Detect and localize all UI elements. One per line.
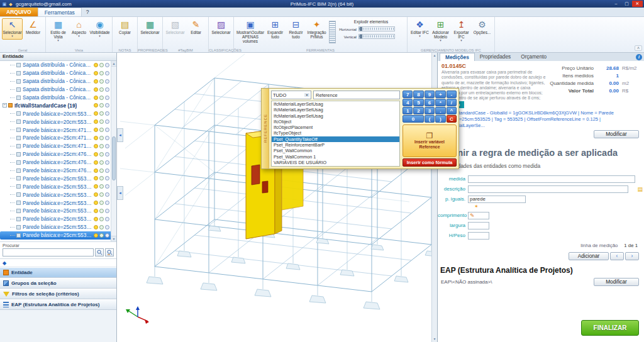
select-state-icon[interactable]	[105, 184, 109, 189]
next-line-button[interactable]: ›	[625, 252, 639, 260]
opcoes-button[interactable]: ⚙ Opções...	[472, 18, 492, 36]
keypad-key-([interactable]: (	[425, 115, 435, 123]
visibility-bulb-icon[interactable]	[94, 87, 98, 92]
accordion-entidade[interactable]: Entidade	[0, 267, 116, 278]
red-element[interactable]	[252, 165, 260, 185]
keypad-key-8[interactable]: 8	[413, 91, 423, 98]
select-state-icon[interactable]	[105, 225, 109, 229]
insert-variable-button[interactable]: ❐ Inserir variável Reference	[402, 124, 457, 157]
medidor-button[interactable]: ∠ Medidor	[23, 18, 43, 36]
tree-item[interactable]: Sapata distribuída - Cônica:200 x 200	[0, 61, 116, 69]
select-state-icon[interactable]	[105, 63, 109, 67]
variable-list-item[interactable]: IfcMaterialLayerSetUsag	[272, 107, 399, 113]
p-iguais-input[interactable]	[468, 196, 526, 203]
accordion-eap[interactable]: EAP (Estrutura Analítica de Projetos)	[0, 299, 116, 310]
variable-list-item[interactable]: VARIÁVEIS DE USUÁRIO	[272, 160, 399, 165]
select-state-icon[interactable]	[105, 209, 109, 213]
visibility-bulb-icon[interactable]	[94, 128, 98, 132]
keypad-key-3[interactable]: 3	[425, 107, 435, 114]
tree-item[interactable]: Parede básica:e=20cm:553474	[0, 109, 116, 118]
select-state-icon[interactable]	[105, 103, 109, 108]
estilo-de-vista-button[interactable]: ▦ Estilo de Vista▾	[48, 18, 69, 44]
scroll-down-icon[interactable]: ▼	[432, 336, 437, 342]
copiar-button[interactable]: ▤ Copiar	[114, 18, 135, 36]
isolate-icon[interactable]	[99, 119, 104, 124]
select-state-icon[interactable]	[105, 111, 109, 116]
tree-item[interactable]: Parede básica:e=25cm:476781	[0, 167, 116, 175]
search-button[interactable]	[95, 248, 104, 256]
keypad-key-7[interactable]: 7	[402, 91, 413, 98]
visibility-bulb-icon[interactable]	[94, 152, 98, 157]
visibility-bulb-icon[interactable]	[94, 119, 98, 124]
axis-gizmo[interactable]	[126, 306, 149, 324]
close-button[interactable]: ✕	[632, 1, 643, 7]
maximize-button[interactable]: ▢	[621, 1, 632, 7]
isolate-icon[interactable]	[99, 128, 104, 132]
keypad-key-2[interactable]: 2	[413, 107, 423, 114]
keypad-key-0[interactable]: 0	[402, 115, 424, 123]
info-icon[interactable]: i	[636, 54, 642, 60]
accordion-grupos-da-selecao[interactable]: Grupos da seleção	[0, 278, 116, 289]
tab-propriedades[interactable]: Propriedades	[475, 53, 516, 61]
select-state-icon[interactable]	[105, 160, 109, 165]
tree-item[interactable]: Parede básica:e=25cm:553519	[0, 207, 116, 215]
visibility-bulb-icon[interactable]	[94, 136, 98, 140]
h-peso-input[interactable]	[468, 232, 489, 240]
minimize-button[interactable]: –	[611, 1, 621, 7]
visibility-bulb-icon[interactable]	[94, 63, 98, 67]
collapse-left-panel-arrow-2[interactable]: ◂	[117, 186, 123, 200]
insert-formula-button[interactable]: Inserir como fórmula	[402, 158, 457, 167]
isolate-icon[interactable]	[99, 152, 104, 157]
isolate-icon[interactable]	[99, 111, 104, 116]
variable-list-item[interactable]: Pset_WallCommon 1	[272, 154, 399, 160]
select-state-icon[interactable]	[105, 96, 109, 100]
classificacoes-selecionar-button[interactable]: ▨ Selecionar	[211, 18, 231, 36]
isolate-icon[interactable]	[99, 136, 104, 140]
modify-eap-button[interactable]: Modificar	[594, 278, 639, 286]
keypad-key-.[interactable]: .	[435, 107, 445, 114]
select-state-icon[interactable]	[105, 119, 109, 124]
select-state-icon[interactable]	[105, 128, 109, 132]
editar-ifc-button[interactable]: ❖ Editar IFC▾	[409, 18, 430, 40]
tree-item[interactable]: Parede básica:e=25cm:553521	[0, 215, 116, 223]
search-next-button[interactable]	[105, 248, 114, 256]
reduzir-tudo-button[interactable]: ⊟ Reduzir tudo	[286, 18, 306, 40]
variable-list-item[interactable]: Pset_ReinforcementBarP	[272, 142, 399, 148]
exportar-ifc-button[interactable]: ↥ Exportar IFC▾	[451, 18, 472, 44]
ribbon-collapse-icon[interactable]: ˄	[635, 45, 642, 51]
variable-list-item[interactable]: Pset_WallCommon	[272, 148, 399, 153]
tree-item[interactable]: Sapata distribuída - Cônica:200 x 200	[0, 69, 116, 77]
comprimento-input[interactable]: ✎	[468, 212, 489, 219]
keypad-key-1[interactable]: 1	[402, 107, 413, 114]
explode-horizontal-slider[interactable]	[358, 26, 395, 31]
tree-item[interactable]: Parede básica:e=25cm:476779	[0, 158, 116, 167]
select-state-icon[interactable]	[105, 87, 109, 92]
popup-side-tab[interactable]: REFERENCE	[262, 89, 269, 168]
prev-line-button[interactable]: ‹	[610, 252, 624, 260]
visibility-bulb-icon[interactable]	[94, 71, 98, 75]
isolate-icon[interactable]	[99, 144, 104, 148]
keypad-key-C[interactable]: C	[447, 115, 457, 123]
modify-entity-button[interactable]: Modificar	[594, 130, 639, 138]
accordion-filtros-de-selecao[interactable]: Filtros de seleção (critérios)	[0, 289, 116, 299]
isolate-icon[interactable]	[99, 63, 104, 67]
select-state-icon[interactable]	[105, 233, 109, 238]
visibility-bulb-icon[interactable]	[94, 184, 98, 189]
tree-item[interactable]: Parede básica:e=25cm:553525	[0, 231, 116, 240]
isolate-icon[interactable]	[99, 209, 104, 213]
explode-vertical-track[interactable]	[329, 21, 336, 43]
visibility-bulb-icon[interactable]	[94, 176, 98, 180]
select-state-icon[interactable]	[105, 217, 109, 221]
tree-item[interactable]: Parede básica:e=25cm:471689	[0, 134, 116, 142]
selecionar-tool-button[interactable]: ↖ Selecionar▾	[2, 18, 23, 40]
variable-list-item[interactable]: IfcMaterialLayerSetUsag	[272, 113, 399, 119]
tree-expander-icon[interactable]: −	[3, 103, 7, 108]
isolate-icon[interactable]	[99, 160, 104, 165]
tab-ferramentas[interactable]: Ferramentas	[38, 8, 82, 16]
filter-dropdown[interactable]: TUDO▼	[271, 91, 311, 99]
isolate-icon[interactable]	[99, 79, 104, 84]
keypad-key-+[interactable]: +	[435, 91, 445, 98]
select-state-icon[interactable]	[105, 136, 109, 140]
visibilidade-button[interactable]: ◉ Visibilidade▾	[89, 18, 110, 40]
largura-input[interactable]	[468, 222, 489, 229]
